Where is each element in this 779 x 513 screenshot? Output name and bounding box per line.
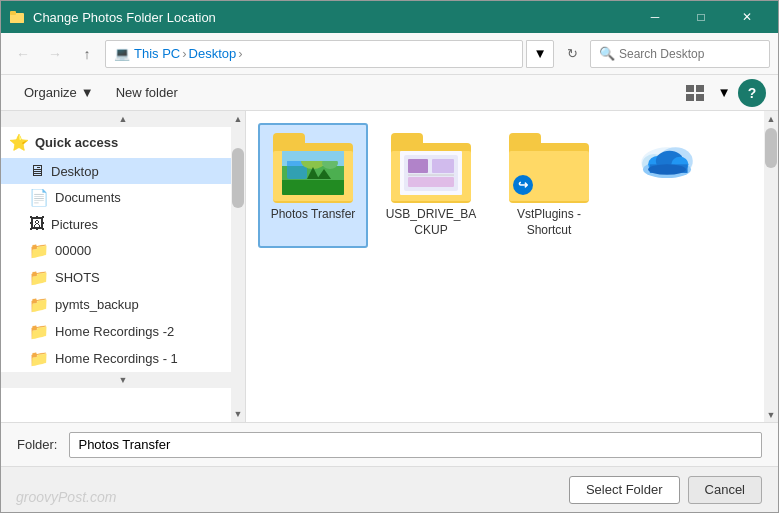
- path-dropdown-button[interactable]: ▼: [526, 40, 554, 68]
- svg-rect-1: [10, 15, 24, 23]
- file-label-vstplugins: VstPlugins - Shortcut: [500, 207, 598, 238]
- file-item-photos-transfer[interactable]: Photos Transfer: [258, 123, 368, 248]
- svg-point-30: [648, 164, 686, 174]
- sidebar: ▲ ⭐ Quick access 🖥 Desktop ↗ 📄 Documents…: [1, 111, 246, 422]
- address-bar: ← → ↑ 💻 This PC › Desktop › ▼ ↻ 🔍: [1, 33, 778, 75]
- pictures-icon: 🖼: [29, 215, 45, 233]
- title-bar-title: Change Photos Folder Location: [33, 10, 632, 25]
- svg-rect-4: [696, 85, 704, 92]
- title-bar-icon: [9, 8, 27, 26]
- files-grid: Photos Transfer: [246, 111, 778, 260]
- scroll-down-arrow[interactable]: ▼: [1, 372, 245, 388]
- search-input[interactable]: [619, 47, 761, 61]
- content-area: Photos Transfer: [246, 111, 778, 422]
- folder-pymts-icon: 📁: [29, 295, 49, 314]
- sidebar-item-pictures[interactable]: 🖼 Pictures ↗: [1, 211, 245, 237]
- title-bar: Change Photos Folder Location ─ □ ✕: [1, 1, 778, 33]
- address-path[interactable]: 💻 This PC › Desktop ›: [105, 40, 523, 68]
- main-area: ▲ ⭐ Quick access 🖥 Desktop ↗ 📄 Documents…: [1, 111, 778, 422]
- close-button[interactable]: ✕: [724, 1, 770, 33]
- file-label-photos-transfer: Photos Transfer: [271, 207, 356, 223]
- sidebar-scroll-down-btn[interactable]: ▼: [231, 406, 245, 422]
- organize-button[interactable]: Organize ▼: [13, 79, 105, 107]
- documents-icon: 📄: [29, 188, 49, 207]
- footer-actions: groovyPost.com Select Folder Cancel: [1, 466, 778, 512]
- photos-transfer-thumbnail: [282, 151, 344, 195]
- folder-icon-usb: [391, 133, 471, 203]
- content-scroll[interactable]: Photos Transfer: [246, 111, 778, 422]
- sidebar-item-homerecordings1[interactable]: 📁 Home Recordings - 1 ↗: [1, 345, 245, 372]
- folder-shots-icon: 📁: [29, 268, 49, 287]
- search-icon: 🔍: [599, 46, 615, 61]
- sidebar-scroll-up-btn[interactable]: ▲: [231, 111, 245, 127]
- view-icon: [686, 85, 706, 101]
- sidebar-scroll[interactable]: ▲ ⭐ Quick access 🖥 Desktop ↗ 📄 Documents…: [1, 111, 245, 422]
- up-button[interactable]: ↑: [73, 40, 101, 68]
- content-scrollbar[interactable]: ▲ ▼: [764, 111, 778, 422]
- file-label-usb: USB_DRIVE_BACKUP: [382, 207, 480, 238]
- folder-input-bar: Folder:: [1, 422, 778, 466]
- usb-thumbnail: [400, 151, 462, 195]
- forward-button[interactable]: →: [41, 40, 69, 68]
- sidebar-section-quick-access[interactable]: ⭐ Quick access: [1, 127, 245, 158]
- content-scroll-down-btn[interactable]: ▼: [764, 407, 778, 422]
- organize-dropdown-icon: ▼: [81, 85, 94, 100]
- content-scrollbar-thumb[interactable]: [765, 128, 777, 168]
- svg-rect-6: [696, 94, 704, 101]
- svg-rect-2: [10, 11, 16, 15]
- back-button[interactable]: ←: [9, 40, 37, 68]
- svg-rect-5: [686, 94, 694, 101]
- sidebar-item-00000[interactable]: 📁 00000 ↗: [1, 237, 245, 264]
- new-folder-button[interactable]: New folder: [105, 79, 189, 107]
- refresh-button[interactable]: ↻: [558, 40, 586, 68]
- quick-access-star-icon: ⭐: [9, 133, 29, 152]
- maximize-button[interactable]: □: [678, 1, 724, 33]
- desktop-icon: 🖥: [29, 162, 45, 180]
- file-item-onedrive[interactable]: [612, 123, 722, 248]
- view-dropdown-button[interactable]: ▼: [710, 79, 738, 107]
- sidebar-item-pymts[interactable]: 📁 pymts_backup ↗: [1, 291, 245, 318]
- folder-hr2-icon: 📁: [29, 322, 49, 341]
- path-thispc-label[interactable]: This PC: [134, 46, 180, 61]
- folder-icon-vstplugins: ↪: [509, 133, 589, 203]
- folder-icon-photos-transfer: [273, 133, 353, 203]
- folder-input[interactable]: [69, 432, 762, 458]
- svg-rect-15: [282, 151, 344, 161]
- select-folder-button[interactable]: Select Folder: [569, 476, 680, 504]
- cancel-button[interactable]: Cancel: [688, 476, 762, 504]
- sidebar-item-homerecordings2[interactable]: 📁 Home Recordings -2 ↗: [1, 318, 245, 345]
- svg-rect-3: [686, 85, 694, 92]
- watermark: groovyPost.com: [16, 489, 116, 505]
- file-item-vstplugins[interactable]: ↪ VstPlugins - Shortcut: [494, 123, 604, 248]
- file-item-usb-backup[interactable]: USB_DRIVE_BACKUP: [376, 123, 486, 248]
- svg-rect-19: [432, 159, 454, 173]
- content-scroll-up-btn[interactable]: ▲: [764, 111, 778, 127]
- svg-rect-18: [408, 159, 428, 173]
- svg-rect-20: [408, 177, 454, 187]
- scroll-up-arrow[interactable]: ▲: [1, 111, 245, 127]
- folder-label: Folder:: [17, 437, 57, 452]
- shortcut-arrow-icon: ↪: [513, 175, 533, 195]
- sidebar-scrollbar-track: [231, 127, 245, 406]
- path-sep-2: ›: [238, 46, 242, 61]
- folder-00000-icon: 📁: [29, 241, 49, 260]
- minimize-button[interactable]: ─: [632, 1, 678, 33]
- sidebar-item-documents[interactable]: 📄 Documents ↗: [1, 184, 245, 211]
- sidebar-item-desktop[interactable]: 🖥 Desktop ↗: [1, 158, 245, 184]
- path-desktop[interactable]: Desktop: [189, 46, 237, 61]
- view-toggle-button[interactable]: [682, 79, 710, 107]
- sidebar-item-shots[interactable]: 📁 SHOTS ↗: [1, 264, 245, 291]
- title-bar-controls: ─ □ ✕: [632, 1, 770, 33]
- sidebar-scrollbar[interactable]: ▲ ▼: [231, 111, 245, 422]
- path-sep-1: ›: [182, 46, 186, 61]
- onedrive-icon: [637, 133, 697, 188]
- path-thispc: 💻: [114, 46, 130, 61]
- help-button[interactable]: ?: [738, 79, 766, 107]
- folder-hr1-icon: 📁: [29, 349, 49, 368]
- dialog-window: Change Photos Folder Location ─ □ ✕ ← → …: [0, 0, 779, 513]
- toolbar: Organize ▼ New folder ▼ ?: [1, 75, 778, 111]
- search-box[interactable]: 🔍: [590, 40, 770, 68]
- sidebar-scrollbar-thumb[interactable]: [232, 148, 244, 208]
